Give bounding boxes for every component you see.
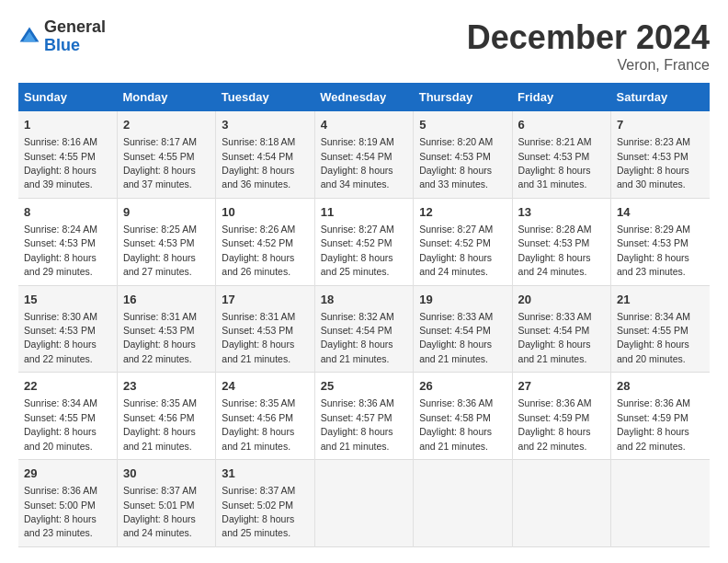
sunset-text: Sunset: 4:54 PM	[222, 151, 293, 162]
sunrise-text: Sunrise: 8:35 AM	[123, 397, 197, 408]
sunset-text: Sunset: 4:55 PM	[123, 151, 195, 162]
daylight-text: Daylight: 8 hours and 24 minutes.	[123, 513, 196, 538]
sunrise-text: Sunrise: 8:35 AM	[222, 397, 295, 408]
daylight-text: Daylight: 8 hours and 24 minutes.	[518, 252, 591, 277]
daylight-text: Daylight: 8 hours and 20 minutes.	[617, 339, 689, 363]
weekday-header: Wednesday	[314, 83, 413, 111]
daylight-text: Daylight: 8 hours and 24 minutes.	[419, 252, 492, 277]
day-number: 30	[123, 465, 210, 482]
day-number: 15	[24, 292, 111, 308]
calendar-week-row: 1Sunrise: 8:16 AMSunset: 4:55 PMDaylight…	[18, 111, 710, 198]
sunrise-text: Sunrise: 8:27 AM	[419, 224, 493, 235]
calendar-day-cell: 10Sunrise: 8:26 AMSunset: 4:52 PMDayligh…	[216, 198, 314, 285]
sunset-text: Sunset: 4:55 PM	[24, 151, 96, 162]
day-number: 22	[24, 378, 111, 395]
calendar-day-cell: 20Sunrise: 8:33 AMSunset: 4:54 PMDayligh…	[512, 285, 610, 373]
day-number: 23	[123, 378, 210, 395]
calendar-day-cell: 26Sunrise: 8:36 AMSunset: 4:58 PMDayligh…	[414, 373, 512, 460]
sunset-text: Sunset: 4:54 PM	[518, 325, 590, 336]
daylight-text: Daylight: 8 hours and 31 minutes.	[518, 165, 591, 190]
sunrise-text: Sunrise: 8:34 AM	[617, 311, 690, 322]
logo-icon	[18, 26, 40, 48]
calendar-day-cell	[414, 460, 512, 547]
sunset-text: Sunset: 4:53 PM	[123, 237, 195, 248]
sunrise-text: Sunrise: 8:23 AM	[617, 136, 690, 147]
calendar-week-row: 22Sunrise: 8:34 AMSunset: 4:55 PMDayligh…	[18, 373, 710, 460]
calendar-day-cell: 25Sunrise: 8:36 AMSunset: 4:57 PMDayligh…	[314, 373, 413, 460]
sunset-text: Sunset: 4:53 PM	[617, 151, 688, 162]
calendar-day-cell: 31Sunrise: 8:37 AMSunset: 5:02 PMDayligh…	[216, 460, 314, 547]
logo-general-text: General	[44, 18, 106, 37]
daylight-text: Daylight: 8 hours and 21 minutes.	[123, 426, 196, 451]
daylight-text: Daylight: 8 hours and 21 minutes.	[321, 339, 393, 363]
day-number: 6	[518, 117, 605, 133]
day-number: 20	[518, 292, 605, 308]
calendar-day-cell: 19Sunrise: 8:33 AMSunset: 4:54 PMDayligh…	[414, 285, 512, 373]
daylight-text: Daylight: 8 hours and 30 minutes.	[617, 165, 689, 190]
daylight-text: Daylight: 8 hours and 22 minutes.	[617, 426, 689, 451]
calendar-day-cell: 11Sunrise: 8:27 AMSunset: 4:52 PMDayligh…	[314, 198, 413, 285]
calendar-day-cell: 14Sunrise: 8:29 AMSunset: 4:53 PMDayligh…	[611, 198, 710, 285]
sunrise-text: Sunrise: 8:31 AM	[222, 311, 295, 322]
sunset-text: Sunset: 4:59 PM	[518, 412, 590, 423]
day-number: 3	[222, 117, 308, 133]
location-subtitle: Veron, France	[467, 57, 710, 74]
sunset-text: Sunset: 4:59 PM	[617, 412, 688, 423]
weekday-header: Tuesday	[216, 83, 314, 111]
sunrise-text: Sunrise: 8:36 AM	[321, 397, 394, 408]
sunset-text: Sunset: 4:54 PM	[321, 151, 392, 162]
calendar-table: SundayMondayTuesdayWednesdayThursdayFrid…	[18, 83, 710, 547]
sunrise-text: Sunrise: 8:37 AM	[222, 485, 295, 496]
sunset-text: Sunset: 5:01 PM	[123, 500, 195, 511]
daylight-text: Daylight: 8 hours and 20 minutes.	[24, 426, 97, 451]
sunrise-text: Sunrise: 8:29 AM	[617, 224, 690, 235]
weekday-header: Monday	[117, 83, 215, 111]
calendar-day-cell: 15Sunrise: 8:30 AMSunset: 4:53 PMDayligh…	[18, 285, 117, 373]
sunrise-text: Sunrise: 8:21 AM	[518, 136, 592, 147]
day-number: 11	[321, 204, 407, 221]
calendar-day-cell: 17Sunrise: 8:31 AMSunset: 4:53 PMDayligh…	[216, 285, 314, 373]
calendar-day-cell: 8Sunrise: 8:24 AMSunset: 4:53 PMDaylight…	[18, 198, 117, 285]
sunset-text: Sunset: 4:53 PM	[24, 325, 96, 336]
sunset-text: Sunset: 4:52 PM	[419, 237, 491, 248]
day-number: 4	[321, 117, 407, 133]
calendar-day-cell: 1Sunrise: 8:16 AMSunset: 4:55 PMDaylight…	[18, 111, 117, 198]
day-number: 16	[123, 292, 210, 308]
sunset-text: Sunset: 4:56 PM	[222, 412, 293, 423]
sunrise-text: Sunrise: 8:28 AM	[518, 224, 592, 235]
calendar-day-cell: 18Sunrise: 8:32 AMSunset: 4:54 PMDayligh…	[314, 285, 413, 373]
sunset-text: Sunset: 4:57 PM	[321, 412, 392, 423]
day-number: 7	[617, 117, 704, 133]
calendar-week-row: 15Sunrise: 8:30 AMSunset: 4:53 PMDayligh…	[18, 285, 710, 373]
sunset-text: Sunset: 4:53 PM	[419, 151, 491, 162]
day-number: 17	[222, 292, 308, 308]
daylight-text: Daylight: 8 hours and 36 minutes.	[222, 165, 294, 190]
sunrise-text: Sunrise: 8:33 AM	[419, 311, 493, 322]
sunset-text: Sunset: 5:02 PM	[222, 500, 293, 511]
day-number: 5	[419, 117, 506, 133]
sunrise-text: Sunrise: 8:31 AM	[123, 311, 197, 322]
weekday-header: Saturday	[611, 83, 710, 111]
calendar-day-cell: 28Sunrise: 8:36 AMSunset: 4:59 PMDayligh…	[611, 373, 710, 460]
daylight-text: Daylight: 8 hours and 21 minutes.	[222, 426, 294, 451]
calendar-day-cell	[512, 460, 610, 547]
day-number: 28	[617, 378, 704, 395]
calendar-day-cell: 13Sunrise: 8:28 AMSunset: 4:53 PMDayligh…	[512, 198, 610, 285]
day-number: 1	[24, 117, 111, 133]
day-number: 31	[222, 465, 308, 482]
sunset-text: Sunset: 4:53 PM	[518, 151, 590, 162]
weekday-header-row: SundayMondayTuesdayWednesdayThursdayFrid…	[18, 83, 710, 111]
weekday-header: Thursday	[414, 83, 512, 111]
logo-blue-text: Blue	[44, 37, 106, 55]
sunset-text: Sunset: 4:53 PM	[24, 237, 96, 248]
daylight-text: Daylight: 8 hours and 21 minutes.	[419, 426, 492, 451]
calendar-day-cell: 7Sunrise: 8:23 AMSunset: 4:53 PMDaylight…	[611, 111, 710, 198]
calendar-day-cell: 2Sunrise: 8:17 AMSunset: 4:55 PMDaylight…	[117, 111, 215, 198]
day-number: 10	[222, 204, 308, 221]
sunset-text: Sunset: 4:53 PM	[123, 325, 195, 336]
daylight-text: Daylight: 8 hours and 25 minutes.	[321, 252, 393, 277]
daylight-text: Daylight: 8 hours and 29 minutes.	[24, 252, 97, 277]
sunset-text: Sunset: 5:00 PM	[24, 500, 96, 511]
daylight-text: Daylight: 8 hours and 21 minutes.	[419, 339, 492, 363]
sunrise-text: Sunrise: 8:30 AM	[24, 311, 97, 322]
